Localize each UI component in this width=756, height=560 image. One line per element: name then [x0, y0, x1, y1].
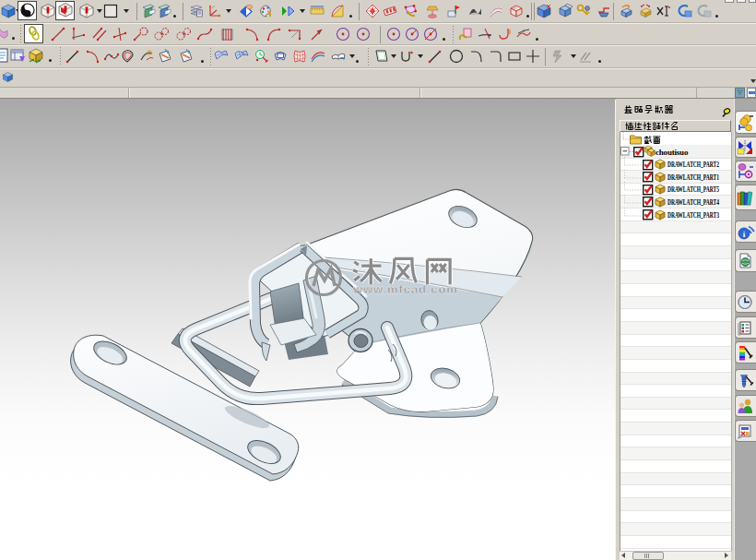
- svg-text:www.mfcad.com: www.mfcad.com: [352, 282, 458, 296]
